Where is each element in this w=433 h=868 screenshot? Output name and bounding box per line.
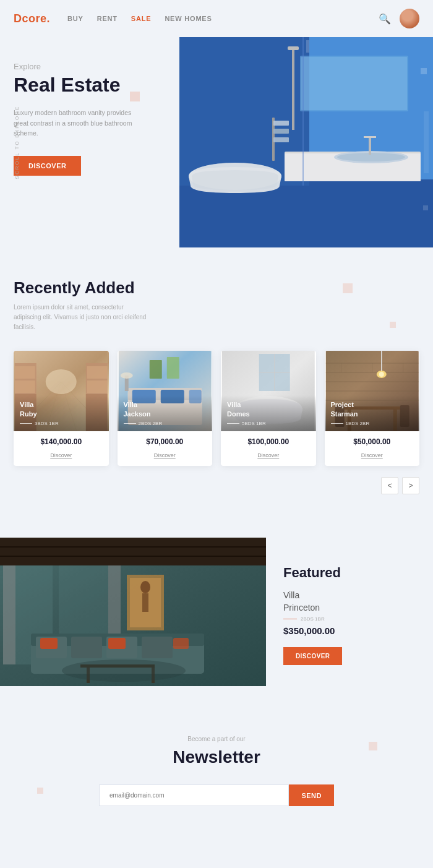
featured-price: $350,000.00: [283, 625, 419, 636]
featured-content: Featured Villa Princeton 2BDS 1BR $350,0…: [266, 538, 433, 686]
card-discover-ruby[interactable]: Discover: [50, 452, 72, 458]
newsletter-pre-label: Become a part of our: [14, 736, 419, 742]
nav-buy[interactable]: BUY: [67, 15, 84, 22]
svg-rect-89: [108, 638, 126, 649]
avatar[interactable]: [400, 9, 419, 28]
featured-section: Featured Villa Princeton 2BDS 1BR $350,0…: [0, 519, 433, 711]
nav-rent[interactable]: RENT: [97, 15, 118, 22]
card-discover-starman[interactable]: Discover: [361, 452, 383, 458]
card-body-ruby: $140,000.00 Discover: [14, 431, 109, 466]
svg-rect-15: [273, 137, 289, 142]
pagination-next[interactable]: >: [402, 477, 419, 494]
hero-title: Real Estate: [14, 74, 166, 97]
nav-right: 🔍: [379, 9, 419, 28]
newsletter-email-input[interactable]: [99, 784, 289, 806]
deco-square-section-2: [390, 322, 396, 328]
card-image-starman: ProjectStarman 1BDS 2BR: [325, 351, 420, 431]
svg-point-80: [140, 581, 150, 593]
svg-point-64: [379, 372, 384, 377]
card-name-starman: ProjectStarman: [331, 400, 414, 418]
hero-image: [179, 37, 433, 247]
brand-logo[interactable]: Dcore.: [14, 12, 50, 25]
svg-rect-5: [301, 57, 407, 110]
card-beds-text-ruby: 3BDS 1BR: [35, 421, 59, 426]
featured-discover-button[interactable]: Discover: [283, 647, 342, 665]
card-image-domes: VillaDomes 5BDS 1BR: [221, 351, 316, 431]
featured-image: [0, 538, 266, 686]
card-price-domes: $100,000.00: [227, 437, 310, 446]
hero-description: Luxury modern bathroom vanity provides g…: [14, 108, 137, 139]
nav-new-homes[interactable]: NEW HOMES: [165, 15, 212, 22]
svg-point-94: [62, 660, 186, 682]
newsletter-title: Newsletter: [14, 747, 419, 767]
pagination-prev[interactable]: <: [381, 477, 398, 494]
featured-label: Featured: [283, 565, 419, 581]
card-beds-jackson: 2BDS 2BR: [124, 421, 207, 426]
newsletter-section: Become a part of our Newsletter Send: [0, 711, 433, 843]
svg-rect-13: [273, 121, 289, 126]
nav-sale[interactable]: SALE: [131, 15, 152, 22]
card-body-starman: $50,000.00 Discover: [325, 431, 420, 466]
hero-subtitle: Explore: [14, 62, 166, 71]
card-price-jackson: $70,000.00: [124, 437, 207, 446]
svg-rect-11: [364, 136, 376, 138]
svg-rect-44: [149, 360, 161, 379]
card-beds-starman: 1BDS 2BR: [331, 421, 414, 426]
card-beds-domes: 5BDS 1BR: [227, 421, 310, 426]
newsletter-send-button[interactable]: Send: [289, 784, 334, 806]
deco-square-newsletter-1: [369, 742, 377, 750]
svg-rect-31: [15, 380, 35, 393]
property-card-jackson: VillaJackson 2BDS 2BR $70,000.00 Discove…: [118, 351, 213, 466]
pagination: < >: [14, 466, 419, 501]
card-name-jackson: VillaJackson: [124, 400, 207, 418]
featured-beds-text: 2BDS 1BR: [301, 616, 325, 622]
deco-square-newsletter-2: [37, 788, 43, 794]
card-name-ruby: VillaRuby: [20, 400, 103, 418]
navbar: Dcore. BUY RENT SALE NEW HOMES 🔍: [0, 0, 433, 37]
svg-rect-19: [288, 46, 299, 50]
hero-discover-button[interactable]: Discover: [14, 156, 81, 176]
hero-section: SCROLL TO EXPLORE Explore Real Estate Lu…: [0, 37, 433, 247]
property-cards-row: VillaRuby 3BDS 1BR $140,000.00 Discover: [14, 351, 419, 466]
card-body-jackson: $70,000.00 Discover: [118, 431, 213, 466]
card-overlay-jackson: VillaJackson 2BDS 2BR: [118, 395, 213, 431]
card-discover-domes[interactable]: Discover: [257, 452, 279, 458]
svg-rect-30: [15, 366, 35, 379]
recently-added-subtitle: Lorem ipsum dolor sit amet, consectetur …: [14, 303, 150, 332]
card-name-domes: VillaDomes: [227, 400, 310, 418]
card-discover-jackson[interactable]: Discover: [154, 452, 176, 458]
nav-links: BUY RENT SALE NEW HOMES: [67, 15, 212, 22]
svg-rect-45: [166, 357, 179, 379]
svg-rect-14: [273, 129, 289, 134]
svg-rect-22: [306, 40, 309, 53]
card-beds-ruby: 3BDS 1BR: [20, 421, 103, 426]
property-card-ruby: VillaRuby 3BDS 1BR $140,000.00 Discover: [14, 351, 109, 466]
card-overlay-starman: ProjectStarman 1BDS 2BR: [325, 395, 420, 431]
recently-added-title: Recently Added: [14, 278, 419, 298]
svg-rect-34: [87, 366, 108, 379]
brand-name: Dcore: [14, 12, 47, 25]
featured-beds-row: 2BDS 1BR: [283, 616, 419, 622]
svg-point-37: [46, 369, 77, 394]
card-overlay-ruby: VillaRuby 3BDS 1BR: [14, 395, 109, 431]
newsletter-form: Send: [99, 784, 334, 806]
svg-rect-87: [142, 637, 173, 658]
section-header: Recently Added Lorem ipsum dolor sit ame…: [14, 278, 419, 332]
svg-rect-21: [424, 111, 429, 173]
svg-rect-81: [142, 593, 148, 612]
svg-rect-76: [3, 565, 15, 664]
search-icon[interactable]: 🔍: [379, 13, 391, 25]
card-beds-text-jackson: 2BDS 2BR: [139, 421, 163, 426]
svg-rect-18: [292, 49, 294, 130]
recently-added-section: Recently Added Lorem ipsum dolor sit ame…: [0, 247, 433, 519]
svg-rect-90: [173, 638, 189, 649]
card-beds-text-starman: 1BDS 2BR: [346, 421, 370, 426]
deco-square-hero-1: [421, 68, 427, 74]
scroll-label: SCROLL TO EXPLORE: [14, 106, 20, 179]
card-image-jackson: VillaJackson 2BDS 2BR: [118, 351, 213, 431]
property-card-starman: ProjectStarman 1BDS 2BR $50,000.00 Disco…: [325, 351, 420, 466]
deco-square-section-1: [343, 283, 353, 293]
card-price-ruby: $140,000.00: [20, 437, 103, 446]
card-image-ruby: VillaRuby 3BDS 1BR: [14, 351, 109, 431]
svg-rect-85: [71, 637, 102, 658]
